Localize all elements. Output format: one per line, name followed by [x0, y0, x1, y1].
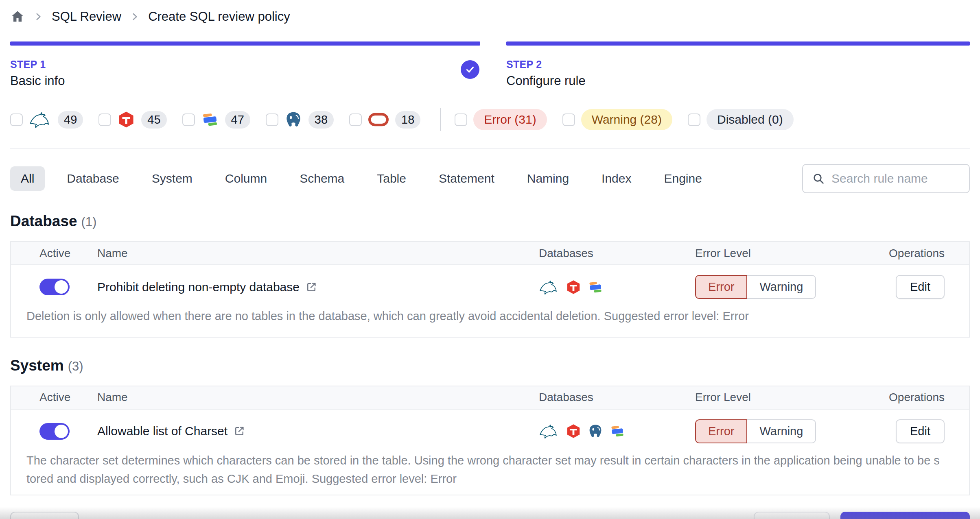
- oceanbase-checkbox[interactable]: [182, 113, 195, 126]
- filter-level-warning[interactable]: Warning (28): [562, 109, 672, 130]
- rule-name-link[interactable]: Prohibit deleting non-empty database: [97, 280, 539, 294]
- rule-databases: [539, 423, 695, 439]
- search-input[interactable]: [831, 172, 960, 185]
- warning-level-checkbox[interactable]: [562, 113, 575, 126]
- tidb-icon: [117, 111, 135, 129]
- col-databases: Databases: [539, 391, 695, 404]
- chevron-right-icon: [33, 11, 44, 22]
- rule-name-link[interactable]: Allowable list of Charset: [97, 424, 539, 438]
- col-name: Name: [97, 391, 539, 404]
- breadcrumb: SQL Review Create SQL review policy: [10, 0, 970, 24]
- tab-statement[interactable]: Statement: [428, 166, 505, 191]
- home-icon[interactable]: [10, 9, 25, 24]
- mysql-icon: [29, 111, 52, 128]
- error-level-selector: Error Warning: [695, 275, 879, 299]
- section-count: (1): [81, 215, 97, 229]
- step-2-bar: [506, 41, 970, 46]
- chevron-right-icon: [129, 11, 140, 22]
- back-button[interactable]: Back: [754, 512, 830, 519]
- edit-button[interactable]: Edit: [896, 275, 945, 299]
- filter-level-disabled[interactable]: Disabled (0): [688, 109, 794, 130]
- step-2: STEP 2 Configure rule: [506, 41, 970, 88]
- mysql-count: 49: [58, 111, 83, 129]
- create-sql-review-policy-page: SQL Review Create SQL review policy STEP…: [0, 0, 980, 519]
- database-rules-table: Active Name Databases Error Level Operat…: [10, 241, 970, 338]
- footer-actions: Cancel Back Confirm and add: [10, 512, 970, 519]
- tab-engine[interactable]: Engine: [653, 166, 712, 191]
- section-count: (3): [68, 359, 83, 373]
- search-icon: [812, 172, 825, 185]
- toggle-knob: [55, 280, 68, 294]
- filter-engine-oceanbase[interactable]: 47: [182, 111, 250, 129]
- postgresql-icon: [284, 111, 302, 129]
- tab-system[interactable]: System: [141, 166, 203, 191]
- tab-all[interactable]: All: [10, 166, 45, 191]
- col-active: Active: [39, 247, 97, 260]
- oracle-count: 18: [395, 111, 420, 129]
- col-active: Active: [39, 391, 97, 404]
- system-rules-table: Active Name Databases Error Level Operat…: [10, 386, 970, 495]
- table-header: Active Name Databases Error Level Operat…: [11, 386, 969, 410]
- warning-option-button[interactable]: Warning: [747, 419, 816, 443]
- filter-bar: 49 45 47 38 18 Error (31) War: [10, 107, 970, 132]
- filter-engine-tidb[interactable]: 45: [98, 111, 166, 129]
- search-box[interactable]: [802, 164, 970, 193]
- error-option-button[interactable]: Error: [695, 419, 747, 443]
- rule-name-text: Allowable list of Charset: [97, 424, 228, 438]
- stepper: STEP 1 Basic info STEP 2 Configure rule: [10, 41, 970, 88]
- filter-engine-mysql[interactable]: 49: [10, 111, 83, 129]
- tab-database[interactable]: Database: [56, 166, 129, 191]
- postgresql-checkbox[interactable]: [266, 113, 278, 126]
- breadcrumb-sql-review[interactable]: SQL Review: [52, 9, 121, 24]
- section-title-system: System(3): [10, 357, 970, 374]
- tab-index[interactable]: Index: [591, 166, 642, 191]
- tab-table[interactable]: Table: [366, 166, 417, 191]
- breadcrumb-create-policy[interactable]: Create SQL review policy: [148, 9, 290, 24]
- rule-name-text: Prohibit deleting non-empty database: [97, 280, 300, 294]
- oceanbase-count: 47: [225, 111, 250, 129]
- warning-count-pill: Warning (28): [581, 109, 672, 130]
- postgresql-count: 38: [308, 111, 334, 129]
- rule-databases: [539, 279, 695, 295]
- rule-active-toggle[interactable]: [39, 279, 70, 295]
- rule-active-toggle[interactable]: [39, 423, 70, 440]
- oceanbase-icon: [201, 111, 219, 129]
- external-link-icon: [233, 425, 245, 437]
- step-1-title: Basic info: [10, 74, 480, 88]
- tidb-checkbox[interactable]: [98, 113, 111, 126]
- disabled-level-checkbox[interactable]: [688, 113, 700, 126]
- disabled-count-pill: Disabled (0): [707, 109, 794, 130]
- tidb-icon: [566, 423, 581, 439]
- category-tabs: All Database System Column Schema Table …: [10, 164, 970, 193]
- tab-column[interactable]: Column: [214, 166, 278, 191]
- filter-engine-postgresql[interactable]: 38: [266, 111, 334, 129]
- filter-engine-oracle[interactable]: 18: [349, 111, 420, 129]
- rule-description: Deletion is only allowed when there are …: [11, 303, 969, 337]
- error-option-button[interactable]: Error: [695, 275, 747, 299]
- step-2-label: STEP 2: [506, 59, 970, 70]
- tidb-count: 45: [141, 111, 166, 129]
- toggle-knob: [55, 425, 68, 438]
- footer-right-actions: Back Confirm and add: [754, 512, 970, 519]
- confirm-and-add-button[interactable]: Confirm and add: [840, 512, 970, 519]
- col-databases: Databases: [539, 247, 695, 260]
- mysql-checkbox[interactable]: [10, 113, 23, 126]
- oracle-checkbox[interactable]: [349, 113, 362, 126]
- tab-schema[interactable]: Schema: [289, 166, 355, 191]
- mysql-icon: [539, 424, 559, 438]
- tab-naming[interactable]: Naming: [516, 166, 580, 191]
- section-title-text: Database: [10, 213, 77, 229]
- col-operations: Operations: [879, 391, 945, 404]
- col-error-level: Error Level: [695, 391, 879, 404]
- error-count-pill: Error (31): [473, 109, 547, 130]
- edit-button[interactable]: Edit: [896, 419, 945, 443]
- tidb-icon: [566, 279, 581, 295]
- filter-level-error[interactable]: Error (31): [455, 109, 547, 130]
- mysql-icon: [539, 280, 559, 294]
- oceanbase-icon: [610, 423, 625, 439]
- warning-option-button[interactable]: Warning: [747, 275, 816, 299]
- step-1-completed-badge: [461, 60, 479, 79]
- cancel-button[interactable]: Cancel: [10, 512, 79, 519]
- error-level-checkbox[interactable]: [455, 113, 467, 126]
- step-1-bar: [10, 41, 480, 46]
